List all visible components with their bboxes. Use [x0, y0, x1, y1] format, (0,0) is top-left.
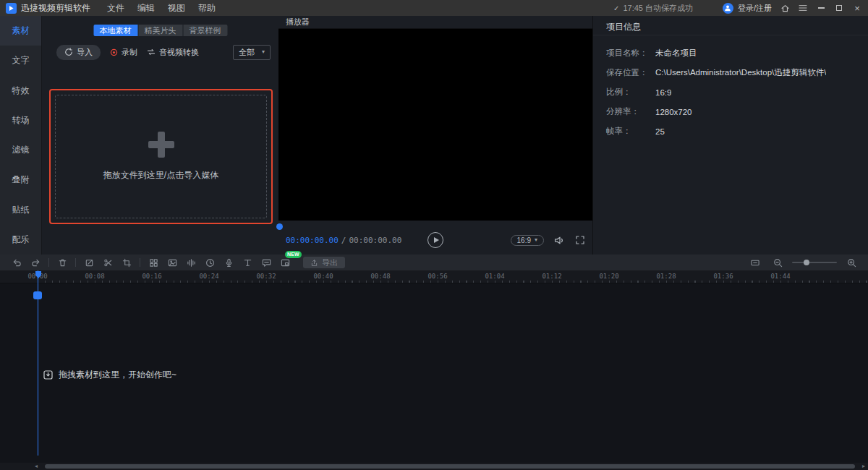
close-button[interactable]: × — [852, 3, 862, 13]
ruler-label: 00:48 — [370, 273, 390, 280]
scroll-left-arrow[interactable]: ◂ — [32, 463, 41, 470]
zoom-out-icon — [773, 258, 783, 268]
material-panel: 本地素材 精美片头 背景样例 导入 录制 音视频转换 全部 ▾ — [42, 16, 278, 255]
tab-background-samples[interactable]: 背景样例 — [183, 25, 227, 36]
player-header: 播放器 — [278, 16, 592, 29]
trash-icon — [58, 258, 67, 268]
ruler-label: 01:04 — [485, 273, 504, 280]
titlebar-right-controls: 登录/注册 × — [723, 3, 862, 14]
new-badge: NEW — [285, 251, 302, 258]
scrollbar-track[interactable] — [41, 463, 859, 470]
crop-button[interactable] — [119, 256, 135, 269]
time-separator: / — [341, 236, 346, 245]
edit-icon — [85, 258, 94, 268]
material-filter-dropdown[interactable]: 全部 ▾ — [233, 45, 271, 60]
divider — [140, 258, 140, 267]
speech-bubble-icon — [262, 258, 271, 268]
minimize-button[interactable] — [816, 3, 826, 13]
chevron-down-icon: ▾ — [262, 49, 265, 55]
timeline-empty-text: 拖拽素材到这里，开始创作吧~ — [59, 369, 176, 381]
timeline-area[interactable]: 拖拽素材到这里，开始创作吧~ — [0, 283, 868, 463]
volume-icon[interactable] — [554, 236, 565, 245]
ruler-label: 00:16 — [142, 273, 161, 280]
user-avatar-icon[interactable] — [723, 3, 733, 14]
duration-button[interactable] — [202, 256, 218, 269]
fullscreen-icon[interactable] — [575, 235, 585, 245]
sidebar-item-music[interactable]: 配乐 — [0, 225, 41, 255]
play-button[interactable] — [427, 232, 443, 248]
field-aspect-ratio: 比例： 16:9 — [606, 82, 861, 102]
redo-button[interactable] — [27, 256, 43, 269]
menu-view[interactable]: 视图 — [161, 2, 192, 14]
mosaic-button[interactable] — [145, 256, 161, 269]
sidebar-item-text[interactable]: 文字 — [0, 46, 41, 75]
sidebar-item-filters[interactable]: 滤镜 — [0, 135, 41, 165]
pip-button[interactable]: NEW — [277, 256, 293, 269]
sidebar-item-overlay[interactable]: 叠附 — [0, 165, 41, 195]
autosave-text: 17:45 自动保存成功 — [623, 3, 693, 14]
aspect-ratio-dropdown[interactable]: 16:9 ▾ — [511, 235, 544, 246]
scroll-right-arrow[interactable]: ▸ — [859, 463, 868, 470]
track-start-marker[interactable] — [33, 291, 42, 299]
ruler-label: 01:36 — [713, 273, 733, 280]
play-icon — [434, 237, 439, 243]
workspace: 素材 文字 特效 转场 滤镜 叠附 贴纸 配乐 本地素材 精美片头 背景样例 导… — [0, 16, 868, 255]
delete-button[interactable] — [54, 256, 70, 269]
record-voice-button[interactable] — [221, 256, 237, 269]
divider — [48, 258, 49, 267]
video-preview[interactable] — [278, 29, 592, 221]
scrollbar-thumb[interactable] — [45, 464, 855, 469]
record-button[interactable]: 录制 — [110, 47, 137, 58]
fit-timeline-button[interactable] — [747, 256, 763, 269]
ruler-label: 00:56 — [427, 273, 447, 280]
text-icon — [243, 258, 252, 268]
timeline-zoom-slider[interactable] — [792, 262, 837, 263]
timeline-scrollbar: ◂ ▸ — [0, 463, 868, 470]
import-hint-icon — [43, 370, 53, 380]
media-dropzone[interactable]: 拖放文件到这里/点击导入媒体 — [49, 89, 273, 224]
text-to-speech-button[interactable] — [239, 256, 255, 269]
zoom-in-button[interactable] — [843, 256, 859, 269]
ruler-label: 01:28 — [656, 273, 676, 280]
ruler-label: 01:20 — [599, 273, 618, 280]
zoom-slider-handle[interactable] — [804, 260, 809, 265]
check-icon: ✓ — [613, 4, 619, 12]
menu-bar: 文件 编辑 视图 帮助 — [101, 2, 222, 14]
project-fields: 项目名称： 未命名项目 保存位置： C:\Users\Administrator… — [606, 43, 861, 141]
tab-local-material[interactable]: 本地素材 — [93, 25, 137, 36]
login-register-link[interactable]: 登录/注册 — [738, 3, 772, 14]
sidebar-item-transitions[interactable]: 转场 — [0, 106, 41, 135]
speech-to-text-button[interactable] — [258, 256, 274, 269]
player-panel: 播放器 00:00:00.00 / 00:00:00.00 16:9 ▾ — [278, 16, 593, 255]
sidebar-item-effects[interactable]: 特效 — [0, 76, 41, 106]
player-controls-row: 00:00:00.00 / 00:00:00.00 16:9 ▾ — [286, 231, 585, 249]
zoom-out-button[interactable] — [770, 256, 786, 269]
timeline-ruler[interactable]: 00:00 00:08 00:16 00:24 00:32 00:40 00:4… — [0, 270, 868, 283]
sidebar: 素材 文字 特效 转场 滤镜 叠附 贴纸 配乐 — [0, 16, 42, 255]
edit-toolbar: NEW 导出 — [0, 255, 868, 270]
hamburger-menu-icon[interactable] — [798, 3, 808, 13]
sidebar-item-stickers[interactable]: 贴纸 — [0, 195, 41, 225]
titlebar: 迅捷视频剪辑软件 文件 编辑 视图 帮助 ✓ 17:45 自动保存成功 登录/注… — [0, 0, 868, 16]
export-icon — [310, 259, 318, 267]
sidebar-item-material[interactable]: 素材 — [0, 16, 41, 46]
edit-button[interactable] — [81, 256, 97, 269]
ruler-label: 01:12 — [542, 273, 561, 280]
av-convert-button[interactable]: 音视频转换 — [147, 47, 199, 58]
undo-button[interactable] — [9, 256, 25, 269]
field-project-name: 项目名称： 未命名项目 — [606, 43, 861, 63]
seek-handle[interactable] — [276, 223, 283, 230]
menu-help[interactable]: 帮助 — [192, 2, 222, 14]
menu-edit[interactable]: 编辑 — [131, 2, 161, 14]
cut-button[interactable] — [100, 256, 116, 269]
audio-wave-button[interactable] — [183, 256, 199, 269]
ruler-label: 00:40 — [313, 273, 333, 280]
picture-button[interactable] — [164, 256, 180, 269]
export-button[interactable]: 导出 — [303, 257, 345, 268]
menu-file[interactable]: 文件 — [101, 2, 131, 14]
import-button[interactable]: 导入 — [56, 45, 101, 60]
home-icon[interactable] — [780, 3, 790, 13]
tab-intro-templates[interactable]: 精美片头 — [138, 25, 182, 36]
material-actions: 导入 录制 音视频转换 全部 ▾ — [56, 45, 271, 59]
maximize-button[interactable] — [834, 3, 844, 13]
